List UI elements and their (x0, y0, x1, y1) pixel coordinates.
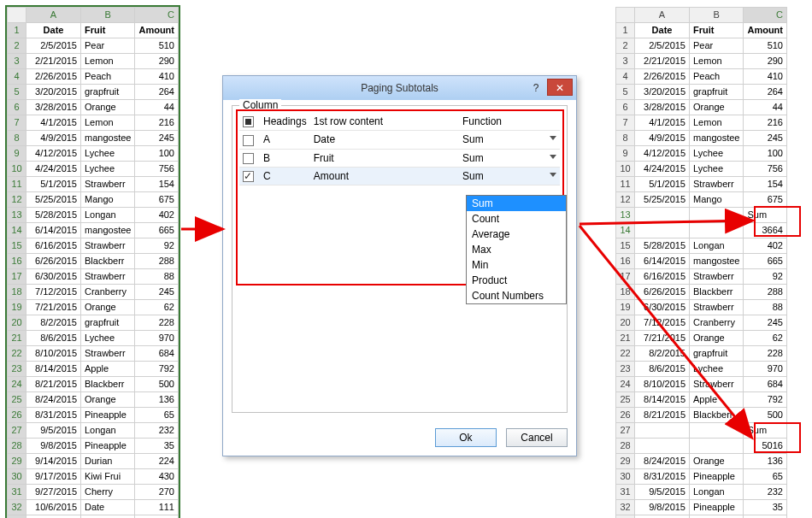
header-cell[interactable]: Amount (135, 23, 179, 38)
row-header-1[interactable]: 1 (8, 23, 26, 38)
table-row[interactable]: 186/26/2015Blackberr288 (616, 285, 787, 300)
row-header-10[interactable]: 10 (616, 162, 635, 177)
row-header-15[interactable]: 15 (616, 238, 635, 254)
row-header-19[interactable]: 19 (8, 300, 26, 315)
table-row[interactable]: 32/21/2015Lemon290 (616, 54, 787, 69)
table-row[interactable]: 258/24/2015Orange136 (8, 392, 179, 408)
row-header-8[interactable]: 8 (8, 131, 26, 146)
row-header-6[interactable]: 6 (8, 100, 26, 115)
row-header-22[interactable]: 22 (616, 346, 635, 362)
table-row[interactable]: 156/16/2015Strawberr92 (8, 238, 179, 254)
row-header-10[interactable]: 10 (8, 162, 26, 177)
row-header-22[interactable]: 22 (8, 346, 26, 362)
dropdown-option[interactable]: Sum (467, 196, 566, 211)
row-header-7[interactable]: 7 (8, 115, 26, 131)
cancel-button[interactable]: Cancel (506, 428, 568, 447)
table-row[interactable]: 63/28/2015Orange44 (616, 100, 787, 115)
table-row[interactable]: 298/24/2015Orange136 (616, 454, 787, 469)
table-row[interactable]: 13Sum (616, 208, 787, 223)
row-header-20[interactable]: 20 (616, 315, 635, 331)
left-spreadsheet[interactable]: ABC1DateFruitAmount22/5/2015Pear51032/21… (7, 7, 179, 518)
row-header-13[interactable]: 13 (8, 208, 26, 223)
help-icon[interactable]: ? (527, 79, 545, 97)
dropdown-option[interactable]: Average (467, 227, 566, 242)
table-row[interactable]: 115/1/2015Strawberr154 (616, 177, 787, 192)
table-row[interactable]: 104/24/2015Lychee756 (8, 162, 179, 177)
row-header-27[interactable]: 27 (8, 423, 26, 439)
header-cell[interactable]: Fruit (690, 23, 744, 38)
table-row[interactable]: 84/9/2015mangostee245 (616, 131, 787, 146)
table-row[interactable]: 135/28/2015Longan402 (8, 208, 179, 223)
close-icon[interactable]: ✕ (547, 79, 573, 96)
table-row[interactable]: 299/14/2015Durian224 (8, 454, 179, 469)
row-header-15[interactable]: 15 (8, 238, 26, 254)
row-header-18[interactable]: 18 (616, 285, 635, 300)
table-row[interactable]: 208/2/2015grapfruit228 (8, 315, 179, 331)
row-header-2[interactable]: 2 (616, 38, 635, 54)
option-row-b[interactable]: B Fruit Sum (239, 149, 560, 167)
table-row[interactable]: 53/20/2015grapfruit264 (616, 85, 787, 100)
checkbox-b[interactable] (243, 153, 254, 164)
table-row[interactable]: 238/6/2015Lychee970 (616, 362, 787, 377)
row-header-30[interactable]: 30 (8, 469, 26, 485)
table-row[interactable]: 279/5/2015Longan232 (8, 423, 179, 439)
table-row[interactable]: 238/14/2015Apple792 (8, 362, 179, 377)
col-header-C[interactable]: C (744, 8, 787, 23)
row-header-31[interactable]: 31 (616, 485, 635, 500)
col-header-A[interactable]: A (26, 8, 81, 23)
table-row[interactable]: 268/21/2015Blackberr500 (616, 408, 787, 423)
select-all-checkbox[interactable] (243, 116, 254, 127)
function-a-select[interactable]: Sum (459, 131, 560, 149)
dropdown-option[interactable]: Min (467, 257, 566, 273)
table-row[interactable]: 218/6/2015Lychee970 (8, 331, 179, 346)
row-header-3[interactable]: 3 (8, 54, 26, 69)
row-header-33[interactable]: 33 (8, 515, 26, 519)
table-row[interactable]: 176/16/2015Strawberr92 (616, 269, 787, 285)
row-header-3[interactable]: 3 (616, 54, 635, 69)
table-row[interactable]: 63/28/2015Orange44 (8, 100, 179, 115)
row-header-21[interactable]: 21 (8, 331, 26, 346)
table-row[interactable]: 248/21/2015Blackberr500 (8, 377, 179, 392)
row-header-9[interactable]: 9 (8, 146, 26, 162)
table-row[interactable]: 42/26/2015Peach410 (8, 69, 179, 85)
table-row[interactable]: 3210/6/2015Date111 (8, 500, 179, 515)
row-header-27[interactable]: 27 (616, 423, 635, 439)
row-header-29[interactable]: 29 (616, 454, 635, 469)
row-header-30[interactable]: 30 (616, 469, 635, 485)
table-row[interactable]: 217/21/2015Orange62 (616, 331, 787, 346)
table-row[interactable]: 115/1/2015Strawberr154 (8, 177, 179, 192)
row-header-23[interactable]: 23 (616, 362, 635, 377)
row-header-28[interactable]: 28 (8, 439, 26, 454)
table-row[interactable]: 228/2/2015grapfruit228 (616, 346, 787, 362)
row-header-1[interactable]: 1 (616, 23, 635, 38)
col-header-C[interactable]: C (135, 8, 179, 23)
table-row[interactable]: 308/31/2015Pineapple65 (616, 469, 787, 485)
table-row[interactable]: 268/31/2015Pineapple65 (8, 408, 179, 423)
row-header-5[interactable]: 5 (8, 85, 26, 100)
row-header-24[interactable]: 24 (8, 377, 26, 392)
checkbox-a[interactable] (243, 135, 254, 146)
row-header-29[interactable]: 29 (8, 454, 26, 469)
table-row[interactable]: 94/12/2015Lychee100 (616, 146, 787, 162)
row-header-25[interactable]: 25 (616, 392, 635, 408)
row-header-13[interactable]: 13 (616, 208, 635, 223)
row-header-4[interactable]: 4 (616, 69, 635, 85)
row-header-33[interactable]: 33 (616, 515, 635, 519)
function-c-select[interactable]: Sum (459, 167, 560, 185)
dropdown-option[interactable]: Count (467, 211, 566, 227)
table-row[interactable]: 3310/7/2015Pear287 (8, 515, 179, 519)
table-row[interactable]: 22/5/2015Pear510 (616, 38, 787, 54)
row-header-25[interactable]: 25 (8, 392, 26, 408)
row-header-14[interactable]: 14 (8, 223, 26, 238)
row-header-19[interactable]: 19 (616, 300, 635, 315)
row-header-24[interactable]: 24 (616, 377, 635, 392)
table-row[interactable]: 143664 (616, 223, 787, 238)
table-row[interactable]: 319/5/2015Longan232 (616, 485, 787, 500)
table-row[interactable]: 166/14/2015mangostee665 (616, 254, 787, 269)
function-dropdown[interactable]: SumCountAverageMaxMinProductCount Number… (466, 195, 567, 304)
dropdown-option[interactable]: Count Numbers (467, 288, 566, 303)
row-header-6[interactable]: 6 (616, 100, 635, 115)
row-header-11[interactable]: 11 (616, 177, 635, 192)
table-row[interactable]: 32/21/2015Lemon290 (8, 54, 179, 69)
row-header-32[interactable]: 32 (8, 500, 26, 515)
